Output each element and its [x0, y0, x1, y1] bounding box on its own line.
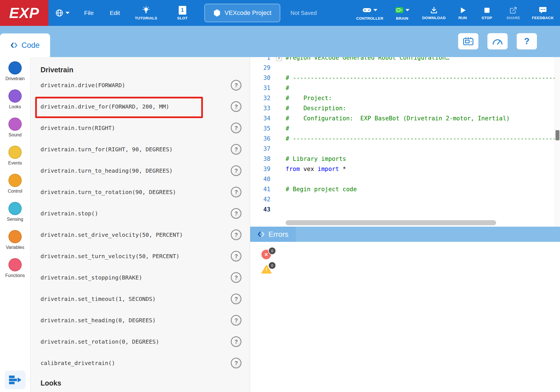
command-help-button[interactable]: ?: [231, 336, 241, 347]
code-text: # --------------------------------------…: [286, 75, 560, 81]
editor-line[interactable]: 32# Project:: [250, 94, 560, 104]
tutorials-button[interactable]: TUTORIALS: [128, 0, 164, 26]
project-name: VEXcode Project: [225, 9, 271, 17]
command-row[interactable]: drivetrain.set_rotation(0, DEGREES)?: [30, 331, 250, 352]
errors-tab-label: Errors: [268, 230, 288, 239]
feedback-button[interactable]: FEEDBACK: [527, 0, 559, 26]
command-row[interactable]: calibrate_drivetrain()?: [30, 352, 250, 374]
editor-line[interactable]: 34# Configuration: EXP BaseBot (Drivetra…: [250, 114, 560, 124]
subbar-button-group: ?: [458, 33, 537, 49]
stop-button[interactable]: STOP: [474, 0, 500, 26]
code-token-comment: # Begin project code: [286, 186, 357, 193]
editor-line[interactable]: 41# Begin project code: [250, 185, 560, 195]
editor-line[interactable]: 43: [250, 205, 560, 215]
command-row[interactable]: drivetrain.turn_to_heading(90, DEGREES)?: [30, 160, 250, 181]
sidebar-category-events[interactable]: Events: [0, 141, 30, 170]
command-help-button[interactable]: ?: [231, 123, 241, 133]
editor-line[interactable]: 37: [250, 144, 560, 154]
editor-line[interactable]: 30# ------------------------------------…: [250, 73, 560, 84]
play-icon: [459, 6, 467, 14]
code-editor[interactable]: 1+#region VEXcode Generated Robot Config…: [250, 57, 560, 227]
horizontal-scrollbar[interactable]: [286, 220, 496, 225]
command-text: drivetrain.turn_to_rotation(90, DEGREES): [41, 189, 176, 195]
editor-line[interactable]: 40: [250, 175, 560, 185]
command-help-button[interactable]: ?: [231, 187, 241, 197]
command-row[interactable]: drivetrain.turn_for(RIGHT, 90, DEGREES)?: [30, 139, 250, 160]
tab-errors[interactable]: Errors: [250, 227, 296, 242]
warning-count-indicator[interactable]: ! 0: [261, 264, 272, 274]
share-button[interactable]: SHARE: [500, 0, 527, 26]
category-color-dot: [8, 61, 22, 75]
command-row[interactable]: drivetrain.drive_for(FORWARD, 200, MM)?: [30, 96, 250, 117]
command-row[interactable]: drivetrain.turn(RIGHT)?: [30, 117, 250, 139]
download-label: DOWNLOAD: [422, 16, 445, 20]
run-button[interactable]: RUN: [451, 0, 474, 26]
save-status: Not Saved: [290, 10, 317, 16]
sidebar-category-control[interactable]: Control: [0, 170, 30, 198]
sidebar-category-functions[interactable]: Functions: [0, 254, 30, 282]
error-count-indicator[interactable]: × 0: [261, 250, 272, 260]
vertical-scrollbar-track[interactable]: [555, 57, 560, 227]
command-help-button[interactable]: ?: [231, 165, 241, 176]
sidebar-category-drivetrain[interactable]: Drivetrain: [0, 57, 30, 85]
sidebar-category-sound[interactable]: Sound: [0, 113, 30, 141]
editor-line[interactable]: 38# Library imports: [250, 154, 560, 165]
editor-line[interactable]: 42: [250, 195, 560, 205]
slot-icon: 1: [179, 6, 186, 15]
project-name-button[interactable]: VEXcode Project: [204, 4, 280, 22]
vertical-scrollbar-thumb[interactable]: [555, 130, 559, 140]
command-help-button[interactable]: ?: [231, 101, 241, 112]
file-menu[interactable]: File: [76, 0, 102, 26]
category-list: DrivetrainLooksSoundEventsControlSensing…: [0, 57, 30, 282]
edit-menu[interactable]: Edit: [102, 0, 128, 26]
command-help-button[interactable]: ?: [231, 358, 241, 368]
command-help-button[interactable]: ?: [231, 272, 241, 283]
sidebar-category-looks[interactable]: Looks: [0, 85, 30, 113]
editor-line[interactable]: 39from vex import *: [250, 165, 560, 175]
command-row[interactable]: drivetrain.set_heading(0, DEGREES)?: [30, 310, 250, 331]
command-text: drivetrain.drive(FORWARD): [41, 82, 125, 89]
command-row[interactable]: drivetrain.set_stopping(BRAKE)?: [30, 267, 250, 288]
command-row[interactable]: drivetrain.stop()?: [30, 203, 250, 224]
editor-line[interactable]: 31#: [250, 84, 560, 94]
command-help-button[interactable]: ?: [231, 251, 241, 262]
help-button[interactable]: ?: [517, 33, 537, 49]
command-help-button[interactable]: ?: [231, 144, 241, 155]
download-button[interactable]: DOWNLOAD: [416, 0, 451, 26]
command-row[interactable]: drivetrain.turn_to_rotation(90, DEGREES)…: [30, 181, 250, 203]
controller-button[interactable]: CONTROLLER: [352, 0, 388, 26]
slot-button[interactable]: 1 SLOT: [168, 0, 196, 26]
editor-line[interactable]: 36# ------------------------------------…: [250, 134, 560, 144]
robot-config-button[interactable]: [458, 33, 478, 49]
sidebar-category-variables[interactable]: Variables: [0, 226, 30, 254]
editor-line[interactable]: 1+#region VEXcode Generated Robot Config…: [250, 57, 560, 63]
monitor-console-button[interactable]: [487, 33, 508, 49]
command-row[interactable]: drivetrain.set_drive_velocity(50, PERCEN…: [30, 224, 250, 245]
command-row[interactable]: drivetrain.set_timeout(1, SECONDS)?: [30, 288, 250, 310]
fold-toggle[interactable]: +: [276, 57, 282, 61]
code-text: #: [286, 85, 289, 91]
command-help-button[interactable]: ?: [231, 294, 241, 304]
command-text: drivetrain.set_turn_velocity(50, PERCENT…: [41, 253, 180, 260]
editor-line[interactable]: 33# Description:: [250, 104, 560, 114]
tab-code[interactable]: Code: [0, 33, 50, 57]
errors-body: × 0 ! 0: [250, 242, 560, 274]
editor-line[interactable]: 35#: [250, 124, 560, 134]
chevron-down-icon: [66, 12, 70, 14]
editor-line[interactable]: 29: [250, 63, 560, 73]
sidebar-category-sensing[interactable]: Sensing: [0, 198, 30, 226]
category-label: Events: [8, 161, 22, 166]
command-help-button[interactable]: ?: [231, 229, 241, 240]
command-row[interactable]: drivetrain.drive(FORWARD)?: [30, 75, 250, 96]
command-row[interactable]: drivetrain.set_turn_velocity(50, PERCENT…: [30, 245, 250, 267]
toggle-blocks-python-button[interactable]: [5, 371, 26, 389]
lightbulb-icon: [142, 6, 150, 15]
command-help-button[interactable]: ?: [231, 208, 241, 219]
command-help-button[interactable]: ?: [231, 315, 241, 326]
brain-button[interactable]: BRAIN: [388, 0, 416, 26]
language-menu[interactable]: [48, 0, 76, 26]
command-help-button[interactable]: ?: [231, 80, 241, 91]
code-text: # --------------------------------------…: [286, 135, 560, 142]
line-number: 1: [250, 57, 270, 61]
code-token-comment: # Project:: [286, 95, 332, 102]
